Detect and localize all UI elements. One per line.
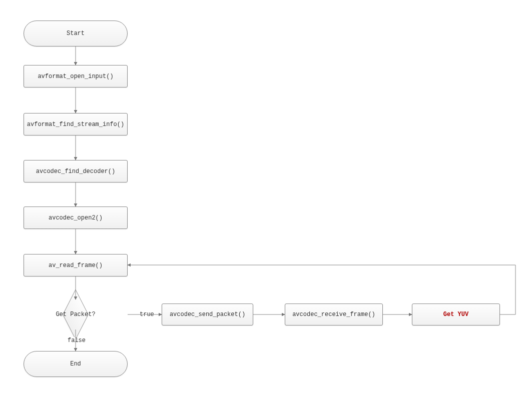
flowchart-canvas: Start avformat_open_input() avformat_fin… <box>0 0 532 397</box>
node-decision: Get Packet? <box>24 300 128 330</box>
node-open-input: avformat_open_input() <box>24 65 128 88</box>
node-find-stream-label: avformat_find_stream_info() <box>27 121 124 128</box>
node-send-packet: avcodec_send_packet() <box>162 304 253 326</box>
node-start: Start <box>24 20 128 46</box>
node-get-yuv-label: Get YUV <box>443 311 468 318</box>
node-find-decoder-label: avcodec_find_decoder() <box>36 168 115 175</box>
node-end: End <box>24 351 128 377</box>
node-open-input-label: avformat_open_input() <box>38 73 113 80</box>
node-read-frame-label: av_read_frame() <box>49 262 103 269</box>
edge-label-false: false <box>67 337 87 344</box>
node-open2-label: avcodec_open2() <box>49 214 103 222</box>
node-find-stream: avformat_find_stream_info() <box>24 113 128 136</box>
node-end-label: End <box>70 360 81 368</box>
node-receive-frame-label: avcodec_receive_frame() <box>292 311 375 318</box>
node-send-packet-label: avcodec_send_packet() <box>170 311 245 318</box>
node-open2: avcodec_open2() <box>24 206 128 229</box>
edge-label-true: true <box>139 311 155 318</box>
node-receive-frame: avcodec_receive_frame() <box>285 304 383 326</box>
node-read-frame: av_read_frame() <box>24 254 128 276</box>
node-find-decoder: avcodec_find_decoder() <box>24 160 128 182</box>
node-start-label: Start <box>67 30 85 37</box>
node-get-yuv: Get YUV <box>412 304 500 326</box>
